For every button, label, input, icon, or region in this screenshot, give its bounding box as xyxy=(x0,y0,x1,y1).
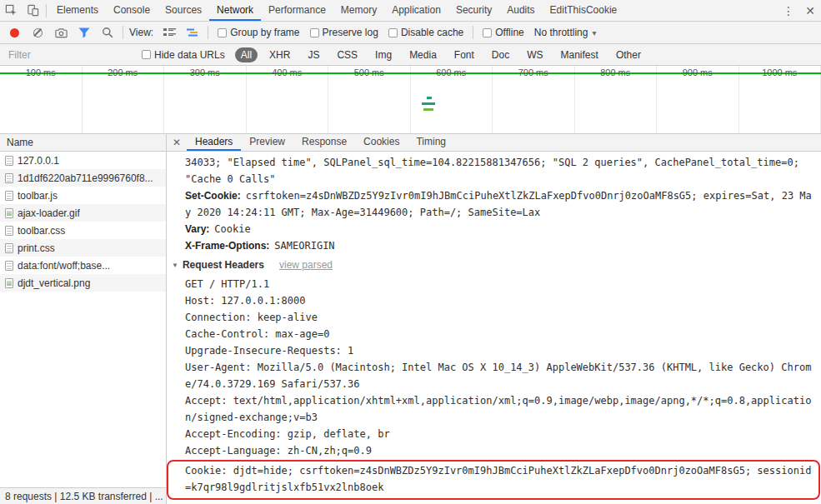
response-header-overflow-line: 34033; "Elapsed time", SQLPanel_sql_time… xyxy=(167,154,821,187)
request-header-line: Accept-Encoding: gzip, deflate, br xyxy=(167,426,821,442)
tab-memory[interactable]: Memory xyxy=(333,0,384,21)
capture-screenshots-button[interactable] xyxy=(50,27,72,38)
request-row[interactable]: toolbar.css xyxy=(0,222,166,239)
disclosure-triangle-icon[interactable]: ▼ xyxy=(172,262,178,269)
preserve-log-checkbox[interactable]: Preserve log xyxy=(310,27,378,38)
more-menu-icon: ⋮ xyxy=(783,5,794,17)
detail-tab-headers[interactable]: Headers xyxy=(187,134,241,151)
timeline-segment: 700 ms xyxy=(493,66,575,133)
request-row[interactable]: djdt_vertical.png xyxy=(0,274,166,292)
detail-tab-cookies[interactable]: Cookies xyxy=(355,134,408,151)
response-header-line: Set-Cookie:csrftoken=z4sDnWBZDz5Y9zIvr0m… xyxy=(167,187,821,221)
close-detail-button[interactable]: ✕ xyxy=(167,134,187,151)
font-file-icon xyxy=(5,261,13,271)
request-name: data:font/woff;base... xyxy=(18,260,110,272)
filter-js[interactable]: JS xyxy=(302,47,325,62)
tab-audits[interactable]: Audits xyxy=(499,0,542,21)
network-main-area: Name 127.0.0.11d1df6220ab711e9996760f8..… xyxy=(0,134,821,504)
tab-sources[interactable]: Sources xyxy=(158,0,209,21)
tab-performance[interactable]: Performance xyxy=(261,0,333,21)
devtools-tabs: ElementsConsoleSourcesNetworkPerformance… xyxy=(49,0,624,21)
request-row[interactable]: print.css xyxy=(0,239,166,257)
detail-tab-timing[interactable]: Timing xyxy=(408,134,454,151)
filter-ws[interactable]: WS xyxy=(521,47,548,62)
request-header-line: GET / HTTP/1.1 xyxy=(167,276,821,292)
filter-all[interactable]: All xyxy=(235,47,258,62)
hide-data-urls-checkbox-input[interactable] xyxy=(142,50,151,59)
more-options-button[interactable]: ⋮ xyxy=(778,0,799,21)
tab-network[interactable]: Network xyxy=(209,0,261,21)
timeline-segment: 800 ms xyxy=(575,66,658,133)
clear-network-log-button[interactable] xyxy=(27,28,48,37)
request-header-line: Host: 127.0.0.1:8000 xyxy=(167,292,821,309)
filter-toggle-button[interactable] xyxy=(73,27,95,38)
close-devtools-button[interactable]: ✕ xyxy=(799,0,821,21)
record-network-log-button[interactable] xyxy=(3,28,25,37)
large-rows-icon xyxy=(163,27,176,37)
filter-img[interactable]: Img xyxy=(369,47,398,62)
search-button[interactable] xyxy=(97,27,118,38)
timeline-grid: 100 ms200 ms300 ms400 ms500 ms600 ms700 … xyxy=(0,66,821,133)
request-name: toolbar.js xyxy=(18,190,58,202)
request-header-line: Accept-Language: zh-CN,zh;q=0.9 xyxy=(167,442,821,459)
tab-security[interactable]: Security xyxy=(448,0,499,21)
filter-media[interactable]: Media xyxy=(403,47,443,62)
filter-font[interactable]: Font xyxy=(448,47,480,62)
detail-tab-response[interactable]: Response xyxy=(293,134,355,151)
disable-cache-checkbox[interactable]: Disable cache xyxy=(388,27,463,38)
detail-tab-preview[interactable]: Preview xyxy=(241,134,293,151)
inspect-element-button[interactable] xyxy=(0,0,22,21)
preserve-log-label: Preserve log xyxy=(323,27,378,38)
request-row[interactable]: data:font/woff;base... xyxy=(0,257,166,274)
filter-css[interactable]: CSS xyxy=(331,47,363,62)
network-overview-timeline[interactable]: 100 ms200 ms300 ms400 ms500 ms600 ms700 … xyxy=(0,66,821,134)
throttling-dropdown[interactable]: No throttling ▾ xyxy=(534,27,597,38)
devtools-tabbar: ElementsConsoleSourcesNetworkPerformance… xyxy=(0,0,821,22)
request-raw-headers: GET / HTTP/1.1Host: 127.0.0.1:8000Connec… xyxy=(167,276,821,459)
response-header-name: X-Frame-Options: xyxy=(185,240,269,252)
request-row[interactable]: 1d1df6220ab711e9996760f8... xyxy=(0,169,166,187)
filter-manifest[interactable]: Manifest xyxy=(555,47,604,62)
group-by-frame-checkbox-input[interactable] xyxy=(218,28,227,37)
offline-checkbox-input[interactable] xyxy=(483,28,492,37)
image-file-icon xyxy=(5,278,13,288)
offline-checkbox[interactable]: Offline xyxy=(483,27,523,38)
name-column-header[interactable]: Name xyxy=(0,134,166,152)
search-icon xyxy=(102,27,113,38)
filter-other[interactable]: Other xyxy=(610,47,647,62)
request-header-line: Connection: keep-alive xyxy=(167,309,821,326)
preserve-log-checkbox-input[interactable] xyxy=(310,28,319,37)
request-row[interactable]: ajax-loader.gif xyxy=(0,204,166,222)
response-header-name: Set-Cookie: xyxy=(185,190,241,202)
device-toolbar-button[interactable] xyxy=(22,0,43,21)
request-row[interactable]: toolbar.js xyxy=(0,187,166,204)
show-overview-toggle[interactable] xyxy=(182,27,203,37)
filter-input[interactable] xyxy=(5,47,137,62)
tab-editthiscookie[interactable]: EditThisCookie xyxy=(543,0,625,21)
request-row[interactable]: 127.0.0.1 xyxy=(0,152,166,169)
request-header-line: Accept: text/html,application/xhtml+xml,… xyxy=(167,392,821,426)
network-filter-bar: Hide data URLs AllXHRJSCSSImgMediaFontDo… xyxy=(0,44,821,66)
filter-xhr[interactable]: XHR xyxy=(263,47,296,62)
request-name: 1d1df6220ab711e9996760f8... xyxy=(18,172,153,184)
request-header-line: Upgrade-Insecure-Requests: 1 xyxy=(167,342,821,359)
response-header-line: Vary:Cookie xyxy=(167,221,821,237)
detail-tabs: HeadersPreviewResponseCookiesTiming xyxy=(187,134,454,151)
tab-elements[interactable]: Elements xyxy=(49,0,106,21)
cookie-header-line: Cookie: djdt=hide; csrftoken=z4sDnWBZDz5… xyxy=(185,462,815,496)
tab-console[interactable]: Console xyxy=(106,0,158,21)
timeline-tick-label: 600 ms xyxy=(411,67,493,77)
hide-data-urls-checkbox[interactable]: Hide data URLs xyxy=(142,49,225,61)
request-name: toolbar.css xyxy=(18,225,65,237)
tab-application[interactable]: Application xyxy=(384,0,448,21)
use-large-request-rows-toggle[interactable] xyxy=(158,27,180,37)
css-file-icon xyxy=(5,226,13,236)
timeline-segment: 200 ms xyxy=(83,66,165,133)
group-by-frame-checkbox[interactable]: Group by frame xyxy=(218,27,299,38)
group-by-frame-label: Group by frame xyxy=(230,27,299,38)
disable-cache-checkbox-input[interactable] xyxy=(388,28,398,37)
request-name: ajax-loader.gif xyxy=(18,207,80,219)
view-parsed-link[interactable]: view parsed xyxy=(279,259,333,271)
script-file-icon xyxy=(5,173,13,183)
filter-doc[interactable]: Doc xyxy=(486,47,515,62)
